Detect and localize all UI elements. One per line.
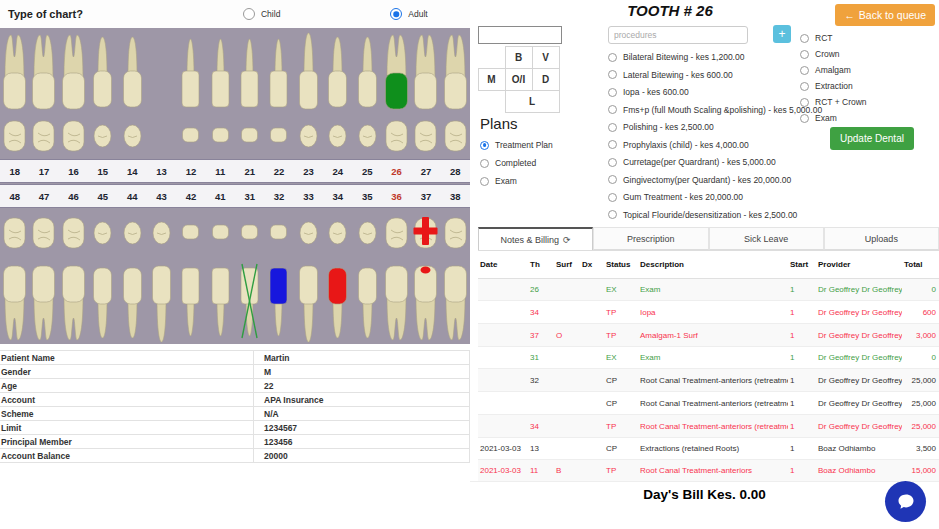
tab-notes-billing[interactable]: Notes & Billing ⟳ xyxy=(478,227,593,250)
tooth-33[interactable] xyxy=(294,258,323,344)
procedure-option-1[interactable]: Lateral Bitewing - kes 600.00 xyxy=(608,70,822,80)
procedure-option-5[interactable]: Prophylaxis (child) - kes 4,000.00 xyxy=(608,140,822,150)
tooth-43-occlusal[interactable] xyxy=(147,208,176,258)
tooth-38-occlusal[interactable] xyxy=(441,208,470,258)
tooth-41[interactable] xyxy=(206,258,235,344)
treatment-option-extraction[interactable]: Extraction xyxy=(800,81,867,91)
tooth-32[interactable] xyxy=(264,258,293,344)
tooth-22-occlusal[interactable] xyxy=(264,113,293,159)
tooth-24-occlusal[interactable] xyxy=(323,113,352,159)
tooth-number-16[interactable]: 16 xyxy=(59,166,88,177)
tooth-number-25[interactable]: 25 xyxy=(353,166,382,177)
treatment-option-rct-+-crown[interactable]: RCT + Crown xyxy=(800,97,867,107)
tooth-28[interactable] xyxy=(441,31,470,113)
procedure-option-0[interactable]: Bilateral Bitewing - kes 1,200.00 xyxy=(608,52,822,62)
tooth-15-occlusal[interactable] xyxy=(88,113,117,159)
chart-type-option-child[interactable]: Child xyxy=(243,8,280,20)
tooth-34[interactable] xyxy=(323,258,352,344)
tooth-number-37[interactable]: 37 xyxy=(411,191,440,202)
tooth-13[interactable] xyxy=(147,31,176,113)
tab-sick-leave[interactable]: Sick Leave xyxy=(709,227,824,250)
tooth-25-occlusal[interactable] xyxy=(353,113,382,159)
tooth-48[interactable] xyxy=(0,258,29,344)
procedure-option-8[interactable]: Gum Treatment - kes 20,000.00 xyxy=(608,192,822,202)
procedures-search-input[interactable] xyxy=(608,26,748,44)
tooth-31[interactable] xyxy=(235,258,264,344)
treatment-option-crown[interactable]: Crown xyxy=(800,49,867,59)
tooth-47[interactable] xyxy=(29,258,58,344)
tooth-36[interactable] xyxy=(382,258,411,344)
tooth-16-occlusal[interactable] xyxy=(59,113,88,159)
tooth-23[interactable] xyxy=(294,31,323,113)
tooth-number-13[interactable]: 13 xyxy=(147,166,176,177)
surface-code-input[interactable] xyxy=(478,26,562,44)
tooth-35-occlusal[interactable] xyxy=(353,208,382,258)
tooth-42-occlusal[interactable] xyxy=(176,208,205,258)
tooth-38[interactable] xyxy=(441,258,470,344)
tooth-number-38[interactable]: 38 xyxy=(441,191,470,202)
tooth-48-occlusal[interactable] xyxy=(0,208,29,258)
procedure-option-4[interactable]: Polishing - kes 2,500.00 xyxy=(608,122,822,132)
tooth-number-27[interactable]: 27 xyxy=(411,166,440,177)
tooth-21-occlusal[interactable] xyxy=(235,113,264,159)
tooth-number-18[interactable]: 18 xyxy=(0,166,29,177)
tooth-11[interactable] xyxy=(206,31,235,113)
tooth-24[interactable] xyxy=(323,31,352,113)
procedure-option-3[interactable]: Fms+p (full Mouth Scaling &polishing) - … xyxy=(608,105,822,115)
tooth-number-15[interactable]: 15 xyxy=(88,166,117,177)
tooth-17-occlusal[interactable] xyxy=(29,113,58,159)
treatment-option-rct[interactable]: RCT xyxy=(800,33,867,43)
tooth-35[interactable] xyxy=(353,258,382,344)
tooth-number-46[interactable]: 46 xyxy=(59,191,88,202)
plan-option-exam[interactable]: Exam xyxy=(480,176,553,186)
tooth-14[interactable] xyxy=(118,31,147,113)
tooth-number-36[interactable]: 36 xyxy=(382,191,411,202)
tooth-42[interactable] xyxy=(176,258,205,344)
tooth-27-occlusal[interactable] xyxy=(411,113,440,159)
tooth-26[interactable] xyxy=(382,31,411,113)
tooth-number-14[interactable]: 14 xyxy=(118,166,147,177)
tooth-25[interactable] xyxy=(353,31,382,113)
procedure-option-7[interactable]: Gingivectomy(per Quardant) - kes 20,000.… xyxy=(608,175,822,185)
tooth-number-21[interactable]: 21 xyxy=(235,166,264,177)
tooth-number-41[interactable]: 41 xyxy=(206,191,235,202)
tooth-44[interactable] xyxy=(118,258,147,344)
chat-button[interactable] xyxy=(885,481,926,522)
tooth-28-occlusal[interactable] xyxy=(441,113,470,159)
tooth-34-occlusal[interactable] xyxy=(323,208,352,258)
tooth-number-44[interactable]: 44 xyxy=(118,191,147,202)
tab-prescription[interactable]: Prescription xyxy=(593,227,708,250)
plan-option-treatment-plan[interactable]: Treatment Plan xyxy=(480,140,553,150)
tooth-46[interactable] xyxy=(59,258,88,344)
tooth-number-22[interactable]: 22 xyxy=(264,166,293,177)
tooth-number-12[interactable]: 12 xyxy=(176,166,205,177)
plan-option-completed[interactable]: Completed xyxy=(480,158,553,168)
tooth-number-11[interactable]: 11 xyxy=(206,166,235,177)
tooth-33-occlusal[interactable] xyxy=(294,208,323,258)
tooth-46-occlusal[interactable] xyxy=(59,208,88,258)
tooth-27[interactable] xyxy=(411,31,440,113)
tooth-11-occlusal[interactable] xyxy=(206,113,235,159)
add-procedure-button[interactable]: + xyxy=(773,25,791,43)
tooth-number-43[interactable]: 43 xyxy=(147,191,176,202)
tooth-22[interactable] xyxy=(264,31,293,113)
treatment-option-exam[interactable]: Exam xyxy=(800,113,867,123)
tooth-number-48[interactable]: 48 xyxy=(0,191,29,202)
tooth-number-23[interactable]: 23 xyxy=(294,166,323,177)
tooth-21[interactable] xyxy=(235,31,264,113)
tooth-43[interactable] xyxy=(147,258,176,344)
procedure-option-2[interactable]: Iopa - kes 600.00 xyxy=(608,87,822,97)
surface-cell-B[interactable]: B xyxy=(505,46,533,69)
surface-cell-D[interactable]: D xyxy=(532,68,560,91)
tooth-31-occlusal[interactable] xyxy=(235,208,264,258)
tooth-number-28[interactable]: 28 xyxy=(441,166,470,177)
chart-type-option-adult[interactable]: Adult xyxy=(390,8,427,20)
tooth-32-occlusal[interactable] xyxy=(264,208,293,258)
tooth-number-34[interactable]: 34 xyxy=(323,191,352,202)
tooth-26-occlusal[interactable] xyxy=(382,113,411,159)
surface-cell-OI[interactable]: O/I xyxy=(505,68,533,91)
tooth-number-32[interactable]: 32 xyxy=(264,191,293,202)
procedure-option-9[interactable]: Topical Flouride/desensitization - kes 2… xyxy=(608,210,822,220)
tooth-number-47[interactable]: 47 xyxy=(29,191,58,202)
tab-uploads[interactable]: Uploads xyxy=(824,227,939,250)
